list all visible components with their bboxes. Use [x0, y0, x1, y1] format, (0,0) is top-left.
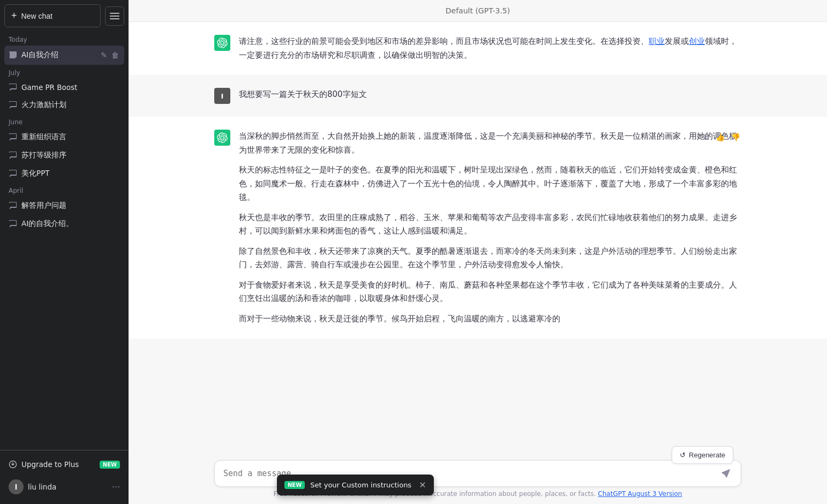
chat-icon	[9, 220, 17, 228]
sidebar-item-text: 解答用户问题	[21, 201, 120, 210]
user-name: liu linda	[28, 483, 56, 491]
ai-para-5: 而对于一些动物来说，秋天是迁徙的季节。候鸟开始启程，飞向温暖的南方，以逃避寒冷的	[239, 312, 741, 326]
custom-instructions-toast: NEW Set your Custom instructions ✕	[277, 475, 434, 495]
user-msg-text: 我想要写一篇关于秋天的800字短文	[239, 88, 741, 102]
new-chat-label: New chat	[21, 12, 52, 20]
trash-icon[interactable]: 🗑	[110, 50, 120, 61]
message-ai-1: 请注意，这些行业的前景可能会受到地区和市场的差异影响，而且市场状况也可能在时间上…	[129, 22, 827, 75]
more-options-icon[interactable]: ···	[112, 482, 120, 492]
ai-para-1: 秋天的标志性特征之一是叶子的变色。在夏季的阳光和温暖下，树叶呈现出深绿色，然而，…	[239, 163, 741, 205]
svg-rect-1	[110, 16, 119, 17]
sidebar-item-text: 苏打等级排序	[21, 151, 120, 160]
sidebar-item-text: 美化PPT	[21, 169, 120, 178]
chat-icon	[9, 101, 17, 109]
toast-badge: NEW	[284, 481, 305, 489]
thumbup-button[interactable]: 👍	[715, 132, 726, 142]
plus-icon: +	[11, 10, 17, 21]
user-msg-avatar: I	[214, 88, 230, 104]
sidebar-item-game-pr[interactable]: Game PR Boost	[4, 79, 124, 96]
copy-button[interactable]: ⧉	[703, 132, 710, 143]
sidebar-toggle-button[interactable]	[105, 6, 124, 26]
svg-rect-2	[110, 18, 119, 19]
upgrade-icon	[9, 460, 17, 469]
sidebar-item-text: AI自我介绍	[21, 50, 95, 60]
user-message-content: 我想要写一篇关于秋天的800字短文	[239, 88, 741, 102]
sidebar: + New chat Today AI自我介绍 ✎ 🗑 July Game	[0, 0, 129, 504]
section-april: April	[4, 183, 124, 197]
message-actions: ⧉ 👍 👎	[703, 132, 741, 143]
chat-item-actions: ✎ 🗑	[100, 50, 120, 61]
chat-icon	[9, 201, 17, 210]
edit-icon[interactable]: ✎	[100, 50, 108, 61]
ai-msg-para: 请注意，这些行业的前景可能会受到地区和市场的差异影响，而且市场状况也可能在时间上…	[239, 35, 741, 62]
sidebar-item-text: 重新组织语言	[21, 132, 120, 142]
sidebar-item-ai-intro[interactable]: AI自我介绍 ✎ 🗑	[4, 46, 124, 65]
ai-para-2: 秋天也是丰收的季节。农田里的庄稼成熟了，稻谷、玉米、苹果和葡萄等农产品变得丰富多…	[239, 211, 741, 238]
ai-avatar	[214, 35, 230, 51]
sidebar-item-text: 火力激励计划	[21, 100, 120, 110]
send-button[interactable]	[719, 467, 732, 480]
svg-rect-0	[110, 13, 119, 14]
sidebar-item-ai-intro2[interactable]: AI的自我介绍。	[4, 215, 124, 233]
footer-link[interactable]: ChatGPT August 3 Version	[598, 490, 682, 498]
chat-icon	[9, 151, 17, 160]
chat-icon	[9, 51, 17, 59]
toast-close-button[interactable]: ✕	[419, 480, 426, 490]
new-chat-button[interactable]: + New chat	[4, 4, 101, 27]
chat-area: 请注意，这些行业的前景可能会受到地区和市场的差异影响，而且市场状况也可能在时间上…	[129, 22, 827, 454]
ai-para-4: 对于食物爱好者来说，秋天是享受美食的好时机。柿子、南瓜、蘑菇和各种坚果都在这个季…	[239, 279, 741, 306]
sidebar-item-ppt[interactable]: 美化PPT	[4, 164, 124, 183]
thumbdown-button[interactable]: 👎	[730, 132, 741, 142]
sidebar-item-text: AI的自我介绍。	[21, 219, 120, 229]
sidebar-item-answer[interactable]: 解答用户问题	[4, 197, 124, 215]
ai-avatar-2	[214, 130, 230, 146]
ai-para-3: 除了自然景色和丰收，秋天还带来了凉爽的天气。夏季的酷暑逐渐退去，而寒冷的冬天尚未…	[239, 245, 741, 272]
ai-message-wrapper: ⧉ 👍 👎 当深秋的脚步悄然而至，大自然开始换上她的新装，温度逐渐降低，这是一个…	[239, 130, 741, 326]
sidebar-content: Today AI自我介绍 ✎ 🗑 July Game PR Boost 火力激励…	[0, 32, 129, 450]
message-user-1: I 我想要写一篇关于秋天的800字短文	[129, 75, 827, 117]
link-startup[interactable]: 创业	[689, 36, 705, 46]
user-avatar-initial: I	[221, 92, 224, 100]
section-june: June	[4, 114, 124, 128]
sidebar-item-text: Game PR Boost	[21, 83, 120, 92]
input-area: ↺ Regenerate Free Research Preview. Chat…	[129, 454, 827, 504]
user-initial: l	[15, 483, 17, 491]
upgrade-badge: NEW	[100, 461, 120, 469]
section-july: July	[4, 65, 124, 79]
user-profile[interactable]: l liu linda ···	[4, 474, 124, 500]
upgrade-label: Upgrade to Plus	[21, 460, 79, 469]
section-today: Today	[4, 32, 124, 46]
ai-para-0: 当深秋的脚步悄然而至，大自然开始换上她的新装，温度逐渐降低，这是一个充满美丽和神…	[239, 130, 741, 157]
toast-text: Set your Custom instructions	[310, 481, 411, 489]
avatar: l	[9, 479, 24, 494]
toggle-icon	[110, 11, 119, 21]
sidebar-item-reorg[interactable]: 重新组织语言	[4, 128, 124, 146]
ai-message-content-2: 当深秋的脚步悄然而至，大自然开始换上她的新装，温度逐渐降低，这是一个充满美丽和神…	[239, 130, 741, 326]
chat-icon	[9, 169, 17, 178]
sidebar-bottom: Upgrade to Plus NEW l liu linda ···	[0, 450, 129, 504]
link-career[interactable]: 职业	[649, 36, 665, 46]
main-header: Default (GPT-3.5)	[129, 0, 827, 22]
sidebar-top: + New chat	[0, 0, 129, 32]
regenerate-button[interactable]: ↺ Regenerate	[672, 446, 733, 464]
gpt-icon	[217, 37, 228, 48]
upgrade-to-plus[interactable]: Upgrade to Plus NEW	[4, 455, 124, 474]
chat-icon	[9, 133, 17, 141]
sidebar-item-sort[interactable]: 苏打等级排序	[4, 146, 124, 164]
message-ai-2: ⧉ 👍 👎 当深秋的脚步悄然而至，大自然开始换上她的新装，温度逐渐降低，这是一个…	[129, 117, 827, 338]
main-content: Default (GPT-3.5) 请注意，这些行业的前景可能会受到地区和市场的…	[129, 0, 827, 504]
chat-icon	[9, 83, 17, 92]
regenerate-label: Regenerate	[689, 451, 725, 459]
ai-message-content: 请注意，这些行业的前景可能会受到地区和市场的差异影响，而且市场状况也可能在时间上…	[239, 35, 741, 62]
send-icon	[721, 469, 730, 478]
gpt-icon-2	[217, 132, 228, 143]
model-label: Default (GPT-3.5)	[446, 6, 510, 15]
sidebar-item-fire-plan[interactable]: 火力激励计划	[4, 96, 124, 114]
regenerate-icon: ↺	[680, 451, 686, 459]
